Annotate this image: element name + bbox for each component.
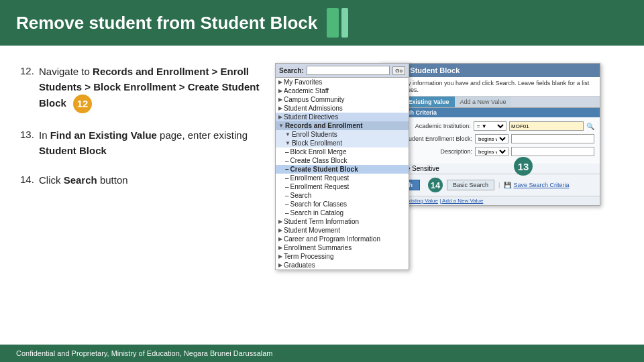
menu-item-favorites[interactable]: ▶ My Favorites (276, 78, 409, 86)
save-search-criteria-link[interactable]: 💾 Save Search Criteria (504, 182, 569, 188)
arrow-icon: ▼ (278, 123, 284, 129)
menu-item-label: Records and Enrollment (285, 122, 363, 129)
arrow-icon: ▼ (285, 131, 290, 137)
dash-icon: – (285, 183, 289, 190)
csb-description: Enter any information you have and click… (380, 77, 600, 97)
menu-item-records-enrollment[interactable]: ▼ Records and Enrollment (276, 121, 409, 130)
step-12-num: 12. (20, 64, 39, 76)
menu-item-enroll-students[interactable]: ▼ Enroll Students (276, 130, 409, 139)
step-14-num: 14. (20, 173, 39, 185)
dash-icon: – (285, 166, 289, 173)
menu-item-student-admissions[interactable]: ▶ Student Admissions (276, 104, 409, 113)
header-accent (327, 8, 339, 38)
basic-search-button[interactable]: Basic Search (447, 180, 494, 190)
header-accent2 (341, 8, 348, 38)
menu-search-bar: Search: Go (276, 64, 409, 78)
menu-item-student-movement[interactable]: ▶ Student Movement (276, 226, 409, 235)
menu-item-label: Block Enroll Merge (290, 148, 347, 156)
field-student-enrollment-block: Student Enrollment Block: begins wit ▼ (385, 134, 594, 143)
menu-item-term-processing[interactable]: ▶ Term Processing (276, 252, 409, 261)
badge-13: 13 (514, 157, 533, 176)
csb-fields: Academic Institution: = ▼ 🔍 Student Enro… (380, 117, 600, 164)
menu-item-label: Graduates (284, 261, 315, 269)
menu-item-label: Student Admissions (284, 105, 343, 112)
menu-item-create-student-block[interactable]: – Create Student Block (276, 165, 409, 174)
dash-icon: – (285, 200, 289, 208)
dash-icon: – (285, 209, 289, 217)
arrow-icon: ▶ (278, 236, 282, 242)
footer-text: Confidential and Proprietary, Ministry o… (16, 349, 273, 357)
menu-item-career-program[interactable]: ▶ Career and Program Information (276, 235, 409, 243)
dash-icon: – (285, 157, 289, 164)
menu-item-campus-community[interactable]: ▶ Campus Community (276, 95, 409, 104)
menu-item-create-class-block[interactable]: – Create Class Block (276, 156, 409, 165)
step-12: 12. Navigate to Records and Enrollment >… (20, 64, 268, 113)
field-input-description[interactable] (511, 147, 594, 156)
add-new-value-link[interactable]: Add a New Value (442, 198, 483, 204)
menu-item-search-catalog[interactable]: – Search in Catalog (276, 208, 409, 217)
search-icon: 🔍 (586, 123, 594, 130)
menu-search-label: Search: (279, 67, 304, 74)
menu-item-academic-staff[interactable]: ▶ Academic Staff (276, 86, 409, 95)
menu-item-graduates[interactable]: ▶ Graduates (276, 261, 409, 269)
arrow-icon: ▶ (278, 219, 282, 225)
menu-item-label: Search in Catalog (290, 209, 344, 217)
step-14-text: Click Search button (39, 173, 128, 188)
csb-panel: Create Student Block Enter any informati… (379, 63, 600, 206)
field-academic-institution: Academic Institution: = ▼ 🔍 (385, 121, 594, 131)
menu-search-button[interactable]: Go (392, 66, 405, 75)
field-select-enrollment-block[interactable]: begins wit ▼ (475, 134, 508, 143)
menu-item-enrollment-summaries[interactable]: ▶ Enrollment Summaries (276, 243, 409, 252)
arrow-icon: ▶ (278, 245, 282, 251)
arrow-icon: ▼ (285, 140, 290, 146)
badge-14: 14 (428, 178, 443, 192)
menu-item-label: Enrollment Summaries (284, 244, 352, 251)
page-title: Remove student from Student Block (16, 13, 317, 34)
step-14: 14. Click Search button (20, 173, 268, 188)
step-13-text: In Find an Existing Value page, enter ex… (39, 128, 268, 158)
menu-item-label: Block Enrollment (292, 139, 342, 147)
field-select-description[interactable]: begins wit ▼ (475, 147, 508, 156)
csb-title: Create Student Block (380, 64, 600, 77)
step-12-text: Navigate to Records and Enrollment > Enr… (39, 64, 268, 113)
menu-item-label: Search (290, 192, 312, 199)
page-footer: Confidential and Proprietary, Ministry o… (0, 345, 644, 362)
save-search-criteria-label: Save Search Criteria (513, 182, 569, 188)
arrow-icon: ▶ (278, 262, 282, 268)
menu-item-student-directives[interactable]: ▶ Student Directives (276, 113, 409, 121)
screenshot-area: Search: Go ▶ My Favorites ▶ Academic Sta… (275, 58, 624, 346)
field-select-academic-institution[interactable]: = ▼ (474, 121, 506, 131)
badge-13-overlay: 13 (510, 157, 533, 176)
floppy-icon: 💾 (504, 182, 511, 188)
csb-footer-nav: Find an Existing Value | Add a New Value (380, 196, 600, 205)
csb-tabs: Find an Existing Value Add a New Value (380, 97, 600, 108)
menu-item-label: Enrollment Request (290, 174, 350, 182)
csb-section-search-criteria: ▼ Search Criteria (380, 108, 600, 117)
main-content: 12. Navigate to Records and Enrollment >… (0, 46, 644, 346)
dash-icon: – (285, 192, 289, 199)
menu-item-search-1[interactable]: – Search (276, 191, 409, 200)
field-input-academic-institution[interactable] (509, 121, 584, 131)
menu-search-input[interactable] (307, 66, 390, 75)
menu-item-search-classes[interactable]: – Search for Classes (276, 200, 409, 208)
menu-item-block-enroll-merge[interactable]: – Block Enroll Merge (276, 147, 409, 156)
menu-item-enrollment-request-1[interactable]: – Enrollment Request (276, 174, 409, 182)
field-input-enrollment-block[interactable] (511, 134, 594, 143)
tab-add-new-value[interactable]: Add a New Value (455, 97, 512, 107)
badge-12: 12 (73, 95, 92, 113)
arrow-icon: ▶ (278, 253, 282, 259)
menu-item-label: Student Directives (284, 113, 338, 121)
arrow-icon: ▶ (278, 88, 282, 94)
csb-footer-buttons: Search 14 Basic Search | 💾 Save Search C… (380, 174, 600, 196)
menu-item-enrollment-request-2[interactable]: – Enrollment Request (276, 182, 409, 191)
step-13: 13. In Find an Existing Value page, ente… (20, 128, 268, 158)
menu-item-term-info[interactable]: ▶ Student Term Information (276, 217, 409, 226)
menu-item-label: Create Student Block (290, 166, 358, 173)
step-13-num: 13. (20, 128, 39, 140)
menu-item-block-enrollment[interactable]: ▼ Block Enrollment (276, 139, 409, 147)
arrow-icon: ▶ (278, 227, 282, 233)
menu-item-label: Term Processing (284, 253, 333, 260)
menu-item-label: Enrollment Request (290, 183, 350, 190)
menu-item-label: My Favorites (284, 78, 322, 86)
dash-icon: – (285, 148, 289, 156)
